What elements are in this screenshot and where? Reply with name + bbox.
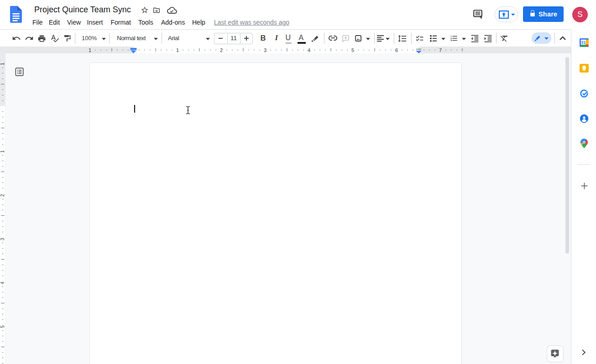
- svg-text:7: 7: [439, 47, 442, 53]
- svg-text:4: 4: [308, 47, 310, 53]
- svg-text:4: 4: [0, 281, 5, 284]
- svg-text:3: 3: [0, 238, 5, 240]
- svg-text:5: 5: [0, 325, 5, 328]
- svg-text:1: 1: [0, 150, 5, 153]
- svg-text:5: 5: [351, 47, 354, 53]
- svg-text:2: 2: [220, 47, 223, 53]
- svg-text:1: 1: [176, 47, 179, 53]
- svg-text:3: 3: [264, 47, 267, 53]
- svg-text:1: 1: [89, 47, 91, 53]
- svg-text:31: 31: [581, 40, 586, 45]
- svg-text:2: 2: [0, 194, 5, 197]
- svg-text:6: 6: [395, 47, 398, 53]
- svg-text:1: 1: [0, 62, 5, 65]
